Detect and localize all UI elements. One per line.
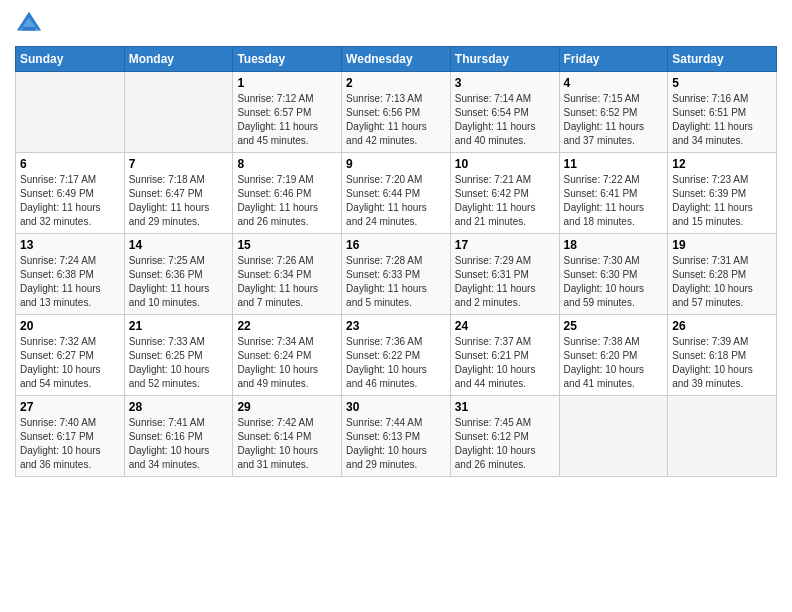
day-number: 7	[129, 157, 229, 171]
day-number: 30	[346, 400, 446, 414]
day-info: Sunrise: 7:32 AMSunset: 6:27 PMDaylight:…	[20, 335, 120, 391]
day-number: 3	[455, 76, 555, 90]
day-cell: 31Sunrise: 7:45 AMSunset: 6:12 PMDayligh…	[450, 396, 559, 477]
day-cell: 17Sunrise: 7:29 AMSunset: 6:31 PMDayligh…	[450, 234, 559, 315]
day-header-friday: Friday	[559, 47, 668, 72]
day-info: Sunrise: 7:31 AMSunset: 6:28 PMDaylight:…	[672, 254, 772, 310]
day-info: Sunrise: 7:41 AMSunset: 6:16 PMDaylight:…	[129, 416, 229, 472]
day-info: Sunrise: 7:13 AMSunset: 6:56 PMDaylight:…	[346, 92, 446, 148]
day-cell: 14Sunrise: 7:25 AMSunset: 6:36 PMDayligh…	[124, 234, 233, 315]
day-number: 11	[564, 157, 664, 171]
day-cell: 19Sunrise: 7:31 AMSunset: 6:28 PMDayligh…	[668, 234, 777, 315]
day-info: Sunrise: 7:36 AMSunset: 6:22 PMDaylight:…	[346, 335, 446, 391]
day-cell: 25Sunrise: 7:38 AMSunset: 6:20 PMDayligh…	[559, 315, 668, 396]
day-number: 21	[129, 319, 229, 333]
day-cell: 3Sunrise: 7:14 AMSunset: 6:54 PMDaylight…	[450, 72, 559, 153]
day-number: 17	[455, 238, 555, 252]
day-number: 24	[455, 319, 555, 333]
day-cell: 15Sunrise: 7:26 AMSunset: 6:34 PMDayligh…	[233, 234, 342, 315]
day-cell: 27Sunrise: 7:40 AMSunset: 6:17 PMDayligh…	[16, 396, 125, 477]
day-cell: 24Sunrise: 7:37 AMSunset: 6:21 PMDayligh…	[450, 315, 559, 396]
day-number: 14	[129, 238, 229, 252]
day-number: 12	[672, 157, 772, 171]
day-number: 19	[672, 238, 772, 252]
day-cell: 29Sunrise: 7:42 AMSunset: 6:14 PMDayligh…	[233, 396, 342, 477]
day-info: Sunrise: 7:21 AMSunset: 6:42 PMDaylight:…	[455, 173, 555, 229]
day-info: Sunrise: 7:18 AMSunset: 6:47 PMDaylight:…	[129, 173, 229, 229]
day-header-monday: Monday	[124, 47, 233, 72]
day-header-sunday: Sunday	[16, 47, 125, 72]
day-cell: 6Sunrise: 7:17 AMSunset: 6:49 PMDaylight…	[16, 153, 125, 234]
day-cell	[16, 72, 125, 153]
day-cell: 4Sunrise: 7:15 AMSunset: 6:52 PMDaylight…	[559, 72, 668, 153]
week-row-1: 1Sunrise: 7:12 AMSunset: 6:57 PMDaylight…	[16, 72, 777, 153]
day-number: 6	[20, 157, 120, 171]
day-header-row: SundayMondayTuesdayWednesdayThursdayFrid…	[16, 47, 777, 72]
day-info: Sunrise: 7:33 AMSunset: 6:25 PMDaylight:…	[129, 335, 229, 391]
week-row-4: 20Sunrise: 7:32 AMSunset: 6:27 PMDayligh…	[16, 315, 777, 396]
day-info: Sunrise: 7:45 AMSunset: 6:12 PMDaylight:…	[455, 416, 555, 472]
day-number: 15	[237, 238, 337, 252]
day-number: 26	[672, 319, 772, 333]
day-info: Sunrise: 7:25 AMSunset: 6:36 PMDaylight:…	[129, 254, 229, 310]
day-number: 18	[564, 238, 664, 252]
day-cell: 21Sunrise: 7:33 AMSunset: 6:25 PMDayligh…	[124, 315, 233, 396]
day-info: Sunrise: 7:19 AMSunset: 6:46 PMDaylight:…	[237, 173, 337, 229]
day-info: Sunrise: 7:24 AMSunset: 6:38 PMDaylight:…	[20, 254, 120, 310]
day-cell: 26Sunrise: 7:39 AMSunset: 6:18 PMDayligh…	[668, 315, 777, 396]
day-header-wednesday: Wednesday	[342, 47, 451, 72]
day-cell: 11Sunrise: 7:22 AMSunset: 6:41 PMDayligh…	[559, 153, 668, 234]
day-info: Sunrise: 7:26 AMSunset: 6:34 PMDaylight:…	[237, 254, 337, 310]
week-row-5: 27Sunrise: 7:40 AMSunset: 6:17 PMDayligh…	[16, 396, 777, 477]
day-info: Sunrise: 7:30 AMSunset: 6:30 PMDaylight:…	[564, 254, 664, 310]
day-info: Sunrise: 7:17 AMSunset: 6:49 PMDaylight:…	[20, 173, 120, 229]
day-cell: 7Sunrise: 7:18 AMSunset: 6:47 PMDaylight…	[124, 153, 233, 234]
day-cell: 10Sunrise: 7:21 AMSunset: 6:42 PMDayligh…	[450, 153, 559, 234]
day-cell: 2Sunrise: 7:13 AMSunset: 6:56 PMDaylight…	[342, 72, 451, 153]
day-cell: 28Sunrise: 7:41 AMSunset: 6:16 PMDayligh…	[124, 396, 233, 477]
page-header	[15, 10, 777, 38]
week-row-3: 13Sunrise: 7:24 AMSunset: 6:38 PMDayligh…	[16, 234, 777, 315]
day-cell: 18Sunrise: 7:30 AMSunset: 6:30 PMDayligh…	[559, 234, 668, 315]
day-info: Sunrise: 7:44 AMSunset: 6:13 PMDaylight:…	[346, 416, 446, 472]
day-info: Sunrise: 7:42 AMSunset: 6:14 PMDaylight:…	[237, 416, 337, 472]
day-cell	[559, 396, 668, 477]
day-number: 9	[346, 157, 446, 171]
day-number: 22	[237, 319, 337, 333]
day-cell: 16Sunrise: 7:28 AMSunset: 6:33 PMDayligh…	[342, 234, 451, 315]
day-number: 25	[564, 319, 664, 333]
day-info: Sunrise: 7:22 AMSunset: 6:41 PMDaylight:…	[564, 173, 664, 229]
day-info: Sunrise: 7:15 AMSunset: 6:52 PMDaylight:…	[564, 92, 664, 148]
day-number: 28	[129, 400, 229, 414]
logo-icon	[15, 10, 43, 38]
day-number: 29	[237, 400, 337, 414]
day-info: Sunrise: 7:34 AMSunset: 6:24 PMDaylight:…	[237, 335, 337, 391]
day-cell: 13Sunrise: 7:24 AMSunset: 6:38 PMDayligh…	[16, 234, 125, 315]
day-cell: 30Sunrise: 7:44 AMSunset: 6:13 PMDayligh…	[342, 396, 451, 477]
week-row-2: 6Sunrise: 7:17 AMSunset: 6:49 PMDaylight…	[16, 153, 777, 234]
day-number: 8	[237, 157, 337, 171]
day-info: Sunrise: 7:39 AMSunset: 6:18 PMDaylight:…	[672, 335, 772, 391]
day-number: 27	[20, 400, 120, 414]
day-cell: 8Sunrise: 7:19 AMSunset: 6:46 PMDaylight…	[233, 153, 342, 234]
day-info: Sunrise: 7:23 AMSunset: 6:39 PMDaylight:…	[672, 173, 772, 229]
day-header-tuesday: Tuesday	[233, 47, 342, 72]
day-cell: 22Sunrise: 7:34 AMSunset: 6:24 PMDayligh…	[233, 315, 342, 396]
day-cell	[668, 396, 777, 477]
day-number: 13	[20, 238, 120, 252]
day-number: 2	[346, 76, 446, 90]
svg-rect-2	[22, 27, 35, 31]
day-cell: 5Sunrise: 7:16 AMSunset: 6:51 PMDaylight…	[668, 72, 777, 153]
day-cell	[124, 72, 233, 153]
day-header-thursday: Thursday	[450, 47, 559, 72]
day-number: 10	[455, 157, 555, 171]
day-number: 1	[237, 76, 337, 90]
day-cell: 23Sunrise: 7:36 AMSunset: 6:22 PMDayligh…	[342, 315, 451, 396]
day-header-saturday: Saturday	[668, 47, 777, 72]
day-number: 31	[455, 400, 555, 414]
day-cell: 9Sunrise: 7:20 AMSunset: 6:44 PMDaylight…	[342, 153, 451, 234]
day-info: Sunrise: 7:28 AMSunset: 6:33 PMDaylight:…	[346, 254, 446, 310]
day-info: Sunrise: 7:16 AMSunset: 6:51 PMDaylight:…	[672, 92, 772, 148]
calendar-table: SundayMondayTuesdayWednesdayThursdayFrid…	[15, 46, 777, 477]
day-info: Sunrise: 7:37 AMSunset: 6:21 PMDaylight:…	[455, 335, 555, 391]
